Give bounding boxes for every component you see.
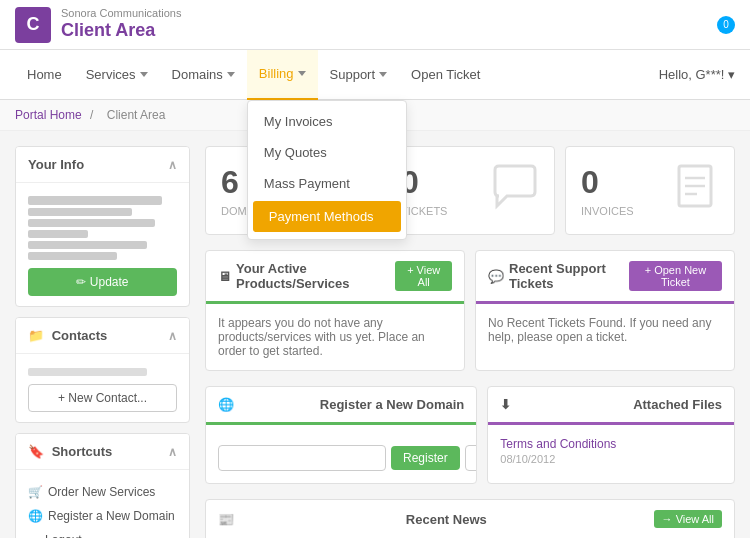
support-tickets-header: 💬 Recent Support Tickets + Open New Tick… — [476, 251, 734, 304]
your-info-header: Your Info — [16, 147, 189, 183]
sidebar-contacts: 📁 Contacts + New Contact... — [15, 317, 190, 423]
active-products-title: Your Active Products/Services — [236, 261, 395, 291]
active-products-panel: 🖥 Your Active Products/Services + View A… — [205, 250, 465, 371]
nav-home[interactable]: Home — [15, 50, 74, 100]
nav-support[interactable]: Support — [318, 50, 400, 100]
company-name: Sonora Communications — [61, 7, 181, 20]
main-nav: Home Services Domains Billing My Invoice… — [0, 50, 750, 100]
invoices-count: 0 — [581, 164, 634, 201]
sidebar-your-info: Your Info ✏ Update — [15, 146, 190, 307]
info-line-2 — [28, 208, 132, 216]
domain-globe-icon: 🌐 — [218, 397, 234, 412]
dropdown-mass-payment[interactable]: Mass Payment — [248, 168, 406, 199]
info-line-5 — [28, 241, 147, 249]
nav-hello[interactable]: Hello, G***! ▾ — [659, 67, 735, 82]
new-contact-button[interactable]: + New Contact... — [28, 384, 177, 412]
stat-invoices-info: 0 INVOICES — [581, 164, 634, 217]
cart-icon: 🛒 — [28, 485, 43, 499]
billing-dropdown: My Invoices My Quotes Mass Payment Payme… — [247, 100, 407, 240]
view-all-services-button[interactable]: + View All — [395, 261, 452, 291]
nav-billing[interactable]: Billing — [247, 50, 318, 100]
invoices-label: INVOICES — [581, 205, 634, 217]
recent-news-title: Recent News — [406, 512, 487, 527]
support-title: Recent Support Tickets — [509, 261, 629, 291]
billing-caret-icon — [298, 71, 306, 76]
news-icon: 📰 — [218, 512, 234, 527]
transfer-button[interactable]: Transfer — [465, 445, 478, 471]
active-products-message: It appears you do not have any products/… — [218, 316, 425, 358]
contacts-chevron-icon[interactable] — [168, 328, 177, 343]
globe-icon: 🌐 — [28, 509, 43, 523]
open-new-ticket-button[interactable]: + Open New Ticket — [629, 261, 722, 291]
dropdown-payment-methods[interactable]: Payment Methods — [253, 201, 401, 232]
shortcut-register-domain[interactable]: 🌐 Register a New Domain — [28, 504, 177, 528]
nav-items: Home Services Domains Billing My Invoice… — [15, 50, 659, 100]
domain-register-row: Register Transfer — [218, 445, 464, 471]
domain-search-input[interactable] — [218, 445, 386, 471]
shortcuts-title: 🔖 Shortcuts — [28, 444, 112, 459]
files-download-icon: ⬇ — [500, 397, 511, 412]
logo-bar: C Sonora Communications Client Area 0 — [0, 0, 750, 50]
sidebar: Your Info ✏ Update 📁 Contacts — [15, 146, 190, 538]
support-caret-icon — [379, 72, 387, 77]
tickets-label: TICKETS — [401, 205, 447, 217]
nav-domains[interactable]: Domains — [160, 50, 247, 100]
contacts-header: 📁 Contacts — [16, 318, 189, 354]
recent-news-header: 📰 Recent News → View All — [206, 500, 734, 538]
cart-badge[interactable]: 0 — [717, 16, 735, 34]
stat-tickets: 0 TICKETS — [385, 146, 555, 235]
your-info-title: Your Info — [28, 157, 84, 172]
info-line-1 — [28, 196, 162, 205]
register-domain-title: Register a New Domain — [320, 397, 465, 412]
dropdown-my-quotes[interactable]: My Quotes — [248, 137, 406, 168]
breadcrumb-separator: / — [90, 108, 93, 122]
contact-blurred-line — [28, 368, 147, 376]
shortcuts-content: 🛒 Order New Services 🌐 Register a New Do… — [16, 470, 189, 538]
support-icon: 💬 — [488, 269, 504, 284]
news-view-all-button[interactable]: → View All — [654, 510, 722, 528]
nav-billing-wrapper: Billing My Invoices My Quotes Mass Payme… — [247, 50, 318, 100]
logo-text: Sonora Communications Client Area — [61, 7, 181, 42]
contacts-folder-icon: 📁 — [28, 328, 44, 343]
breadcrumb-current: Client Area — [107, 108, 166, 122]
support-tickets-body: No Recent Tickets Found. If you need any… — [476, 304, 734, 356]
contacts-title: 📁 Contacts — [28, 328, 107, 343]
shortcuts-bookmark-icon: 🔖 — [28, 444, 44, 459]
file-link-terms[interactable]: Terms and Conditions — [500, 437, 616, 451]
shortcut-order-services[interactable]: 🛒 Order New Services — [28, 480, 177, 504]
active-products-title-icon: 🖥 — [218, 269, 231, 284]
domains-caret-icon — [227, 72, 235, 77]
shortcut-logout[interactable]: ← Logout — [28, 528, 177, 538]
active-products-body: It appears you do not have any products/… — [206, 304, 464, 370]
services-caret-icon — [140, 72, 148, 77]
client-area-title: Client Area — [61, 20, 181, 42]
tickets-chat-icon — [491, 162, 539, 219]
nav-services[interactable]: Services — [74, 50, 160, 100]
nav-open-ticket[interactable]: Open Ticket — [399, 50, 492, 100]
update-button[interactable]: ✏ Update — [28, 268, 177, 296]
shortcuts-chevron-icon[interactable] — [168, 444, 177, 459]
support-tickets-panel: 💬 Recent Support Tickets + Open New Tick… — [475, 250, 735, 371]
your-info-chevron-icon[interactable] — [168, 157, 177, 172]
your-info-content: ✏ Update — [16, 183, 189, 306]
attached-files-header: ⬇ Attached Files — [488, 387, 734, 425]
register-domain-body: Register Transfer — [206, 425, 476, 483]
logo-icon: C — [15, 7, 51, 43]
tickets-count: 0 — [401, 164, 447, 201]
attached-files-title: Attached Files — [633, 397, 722, 412]
register-domain-header: 🌐 Register a New Domain — [206, 387, 476, 425]
file-date: 08/10/2012 — [500, 453, 722, 465]
sidebar-shortcuts: 🔖 Shortcuts 🛒 Order New Services 🌐 Regis… — [15, 433, 190, 538]
support-message: No Recent Tickets Found. If you need any… — [488, 316, 711, 344]
info-line-3 — [28, 219, 155, 227]
breadcrumb-home[interactable]: Portal Home — [15, 108, 82, 122]
logout-arrow-icon: ← — [28, 533, 40, 538]
stat-tickets-info: 0 TICKETS — [401, 164, 447, 217]
logo-area: C Sonora Communications Client Area — [15, 7, 181, 43]
dropdown-my-invoices[interactable]: My Invoices — [248, 106, 406, 137]
register-button[interactable]: Register — [391, 446, 460, 470]
shortcuts-header: 🔖 Shortcuts — [16, 434, 189, 470]
main-panels-row: 🖥 Your Active Products/Services + View A… — [205, 250, 735, 371]
file-item: Terms and Conditions 08/10/2012 — [500, 437, 722, 465]
invoices-doc-icon — [671, 162, 719, 219]
